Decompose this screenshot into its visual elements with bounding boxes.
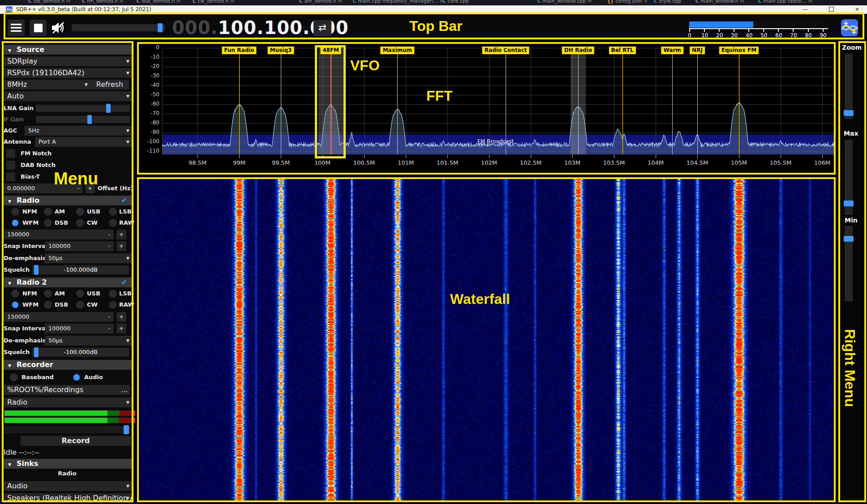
bandwidth-input[interactable]: 150000 (4, 312, 105, 322)
editor-tab[interactable]: Clsb_demod.h M (28, 0, 70, 5)
radio2-section-header[interactable]: ▼Radio 2✔ (4, 278, 133, 287)
baseband-radio[interactable] (10, 373, 18, 381)
mode-radio-usb[interactable] (76, 290, 84, 298)
source-device-select[interactable]: RSPdx (191106DA42)▼ (4, 68, 133, 78)
mode-radio-am[interactable] (44, 290, 52, 298)
samplerate-select[interactable]: 8MHz▼ (4, 80, 91, 90)
mode-radio-raw[interactable] (109, 301, 117, 309)
snap-interval-input[interactable]: 100000 (45, 241, 105, 251)
min-slider[interactable] (845, 226, 853, 301)
squelch-handle[interactable] (34, 265, 39, 275)
mode-radio-lsb[interactable] (109, 290, 117, 298)
station-label[interactable]: Maximum (381, 47, 414, 54)
tune-mode-swap-button[interactable]: ⇄ (313, 20, 331, 36)
snap-interval-input[interactable]: 100000 (45, 324, 105, 333)
fm-notch-checkbox[interactable] (6, 149, 15, 158)
sinks-section-header[interactable]: ▼Sinks (4, 459, 133, 469)
close-button[interactable]: ✕ (847, 5, 867, 14)
station-label[interactable]: Fun Radio (222, 47, 256, 54)
dab-notch-checkbox[interactable] (6, 161, 15, 170)
station-label[interactable]: NRJ (690, 47, 705, 54)
waterfall[interactable] (139, 179, 834, 500)
snap-minus-button[interactable]: - (105, 324, 114, 333)
snap-minus-button[interactable]: - (105, 241, 114, 251)
lna-gain-slider[interactable] (36, 105, 130, 112)
antenna-select[interactable]: Port A▼ (35, 137, 133, 147)
refresh-button[interactable]: Refresh (90, 80, 129, 90)
mode-radio-wfm-selected[interactable] (11, 219, 19, 227)
editor-tab[interactable]: Cmain_window.cpp M (537, 0, 592, 5)
editor-tab[interactable]: Cdsb_demod.h M (137, 0, 180, 5)
offset-minus-button[interactable]: - (74, 184, 82, 193)
station-label[interactable]: Warm (661, 47, 683, 54)
editor-tab[interactable]: Ccore.cpp (442, 0, 469, 5)
max-slider-handle[interactable] (844, 201, 854, 206)
browse-button[interactable]: ... (119, 385, 130, 395)
if-gain-handle[interactable] (87, 115, 92, 124)
offset-input[interactable]: 0.000000 (4, 184, 74, 193)
station-label[interactable]: Equinox FM (719, 47, 759, 54)
bandwidth-minus-button[interactable]: - (105, 230, 114, 239)
menu-toggle-button[interactable] (8, 20, 25, 36)
audio-radio-selected[interactable] (73, 373, 81, 381)
squelch-handle[interactable] (34, 347, 39, 357)
recorder-stream-select[interactable]: Radio▼ (4, 397, 133, 407)
bias-t-checkbox[interactable] (6, 172, 15, 181)
recorder-volume-handle[interactable] (124, 425, 129, 434)
bandwidth-plus-button[interactable]: + (116, 312, 126, 322)
maximize-button[interactable] (821, 5, 841, 14)
offset-plus-button[interactable]: + (85, 184, 95, 193)
station-label[interactable]: Bel RTL (609, 47, 636, 54)
recording-path-input[interactable]: %ROOT%/Recordings (4, 385, 120, 395)
max-slider[interactable] (845, 140, 853, 215)
sink-type-select[interactable]: Audio▼ (4, 481, 133, 491)
bandwidth-input[interactable]: 150000 (4, 230, 105, 239)
mode-radio-wfm-selected[interactable] (11, 301, 19, 309)
mode-radio-lsb[interactable] (109, 208, 117, 216)
snap-plus-button[interactable]: + (116, 324, 126, 333)
station-label[interactable]: Musiq3 (268, 47, 294, 54)
minimize-button[interactable]: — (795, 5, 815, 14)
mode-radio-raw[interactable] (109, 219, 117, 227)
gain-mode-select[interactable]: Auto▼ (4, 91, 133, 101)
zoom-slider-handle[interactable] (844, 110, 854, 116)
snap-plus-button[interactable]: + (116, 241, 126, 251)
sink-device-select[interactable]: Speakers (Realtek High Definition Audio)… (4, 493, 133, 503)
record-button[interactable]: Record (21, 436, 131, 446)
mode-radio-nfm[interactable] (11, 290, 19, 298)
radio1-section-header[interactable]: ▼Radio✔ (4, 196, 133, 205)
station-label[interactable]: DH Radio (562, 47, 594, 54)
mode-radio-cw[interactable] (76, 301, 84, 309)
volume-slider-handle[interactable] (158, 23, 163, 32)
editor-tab[interactable]: Ccw_demod.h M (193, 0, 235, 5)
mode-radio-am[interactable] (44, 208, 52, 216)
bandwidth-plus-button[interactable]: + (116, 230, 126, 239)
deemphasis-select[interactable]: 50µs▼ (45, 253, 133, 263)
mode-radio-cw[interactable] (76, 219, 84, 227)
if-gain-slider[interactable] (36, 116, 130, 123)
mute-button[interactable] (50, 21, 66, 37)
mode-radio-dsb[interactable] (44, 301, 52, 309)
mode-radio-usb[interactable] (76, 208, 84, 216)
mode-radio-nfm[interactable] (11, 208, 19, 216)
station-label[interactable]: 48FM (320, 47, 341, 54)
zoom-slider[interactable] (845, 54, 853, 119)
min-slider-handle[interactable] (844, 236, 854, 242)
lna-gain-handle[interactable] (106, 104, 111, 113)
editor-tab[interactable]: Cam_demod.h M (299, 0, 342, 5)
enabled-check-icon[interactable]: ✔ (121, 196, 127, 205)
source-driver-select[interactable]: SDRplay▼ (4, 56, 133, 66)
recorder-volume-slider[interactable] (4, 426, 131, 433)
stop-button[interactable] (30, 20, 47, 36)
editor-tab[interactable]: Cmain.cpp frequency_manager\... M (353, 0, 444, 5)
editor-tab[interactable]: Cfm_demod.h M (82, 0, 124, 5)
editor-tab[interactable]: Cstyle.cpp (654, 0, 681, 5)
editor-tab[interactable]: {}config.json × (607, 0, 648, 5)
enabled-check-icon[interactable]: ✔ (121, 278, 127, 287)
bandwidth-minus-button[interactable]: - (105, 312, 114, 322)
volume-slider[interactable] (72, 24, 165, 31)
mode-radio-dsb[interactable] (44, 219, 52, 227)
squelch-slider[interactable]: -100.000dB (32, 265, 129, 274)
agc-select[interactable]: 5Hz▼ (25, 126, 133, 136)
source-section-header[interactable]: ▼Source (4, 45, 133, 55)
